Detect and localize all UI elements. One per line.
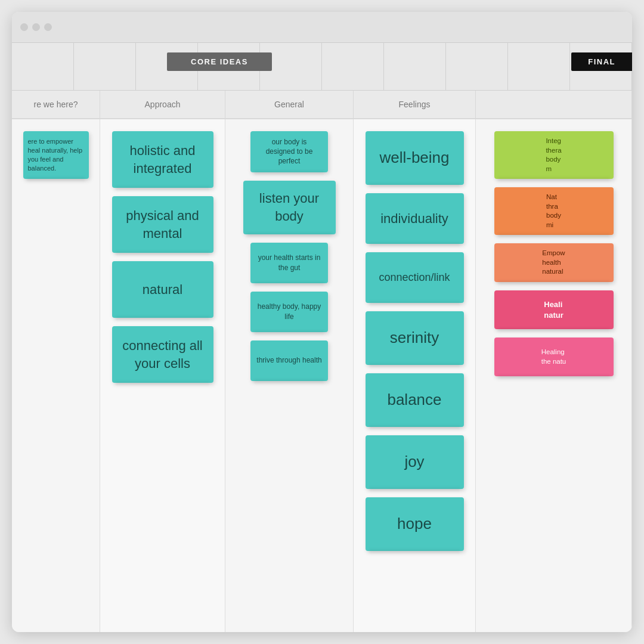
column-feelings: well-being individuality connection/link… bbox=[354, 119, 476, 632]
column-general: our body is designed to be perfect liste… bbox=[225, 119, 354, 632]
final-label: FINAL bbox=[571, 52, 632, 71]
close-button[interactable] bbox=[20, 23, 28, 31]
columns-header: re we here? Approach General Feelings bbox=[12, 91, 632, 119]
list-item[interactable]: balance bbox=[366, 373, 464, 427]
list-item[interactable]: serinity bbox=[366, 311, 464, 365]
minimize-button[interactable] bbox=[32, 23, 40, 31]
traffic-lights bbox=[20, 23, 52, 31]
list-item[interactable]: Empowhealthnatural bbox=[494, 243, 614, 282]
column-approach: holistic and integrated physical and men… bbox=[100, 119, 225, 632]
top-bar: CORE IDEAS FINAL bbox=[12, 43, 632, 91]
core-ideas-label: CORE IDEAS bbox=[167, 52, 272, 71]
col-header-final bbox=[476, 91, 632, 118]
board: ere to empower heal naturally, help you … bbox=[12, 119, 632, 632]
list-item[interactable]: hope bbox=[366, 497, 464, 551]
maximize-button[interactable] bbox=[44, 23, 52, 31]
column-final: Integtherabodym Natthrabodymi Empowhealt… bbox=[476, 119, 632, 632]
list-item[interactable]: Integtherabodym bbox=[494, 131, 614, 179]
list-item[interactable]: our body is designed to be perfect bbox=[250, 131, 328, 172]
list-item[interactable]: connection/link bbox=[366, 252, 464, 303]
list-item[interactable]: your health starts in the gut bbox=[250, 243, 328, 283]
list-item[interactable]: healthy body, happy life bbox=[250, 292, 328, 332]
list-item[interactable]: holistic and integrated bbox=[112, 131, 213, 188]
list-item[interactable]: individuality bbox=[366, 193, 464, 244]
col-header-feelings: Feelings bbox=[354, 91, 476, 118]
list-item[interactable]: listen your body bbox=[243, 181, 336, 234]
titlebar bbox=[12, 12, 632, 43]
list-item[interactable]: connecting all your cells bbox=[112, 326, 213, 383]
list-item[interactable]: physical and mental bbox=[112, 196, 213, 253]
col-header-general: General bbox=[225, 91, 354, 118]
app-window: CORE IDEAS FINAL re we here? Approach Ge… bbox=[12, 12, 632, 632]
list-item[interactable]: Natthrabodymi bbox=[494, 187, 614, 235]
list-item[interactable]: natural bbox=[112, 261, 213, 318]
list-item[interactable]: Healingthe natu bbox=[494, 338, 614, 376]
list-item[interactable]: ere to empower heal naturally, help you … bbox=[23, 131, 89, 179]
column-why: ere to empower heal naturally, help you … bbox=[12, 119, 100, 632]
list-item[interactable]: joy bbox=[366, 435, 464, 489]
list-item[interactable]: thrive through health bbox=[250, 340, 328, 381]
col-header-why: re we here? bbox=[12, 91, 100, 118]
list-item[interactable]: Healinatur bbox=[494, 290, 614, 329]
col-header-approach: Approach bbox=[100, 91, 225, 118]
content-area: CORE IDEAS FINAL re we here? Approach Ge… bbox=[12, 43, 632, 632]
list-item[interactable]: well-being bbox=[366, 131, 464, 185]
